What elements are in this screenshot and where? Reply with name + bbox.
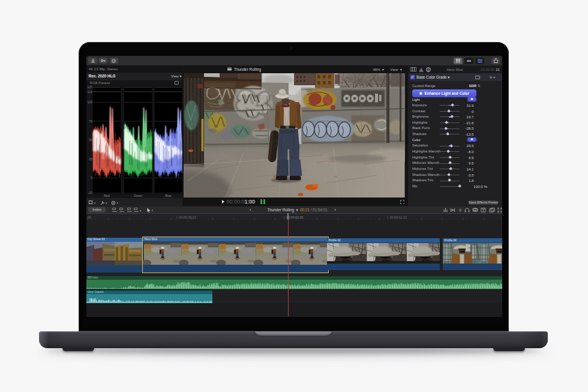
svg-text:75: 75 xyxy=(89,119,92,122)
svg-text:100: 100 xyxy=(87,100,92,104)
svg-text:25: 25 xyxy=(89,157,92,160)
svg-text:0: 0 xyxy=(91,176,92,179)
svg-text:50: 50 xyxy=(89,138,92,142)
svg-text:114: 114 xyxy=(87,89,92,93)
svg-text:-20: -20 xyxy=(88,191,92,194)
svg-text:Blue: Blue xyxy=(165,193,171,197)
svg-text:Red: Red xyxy=(104,193,110,197)
svg-text:120: 120 xyxy=(87,85,92,89)
svg-text:Green: Green xyxy=(133,193,142,197)
